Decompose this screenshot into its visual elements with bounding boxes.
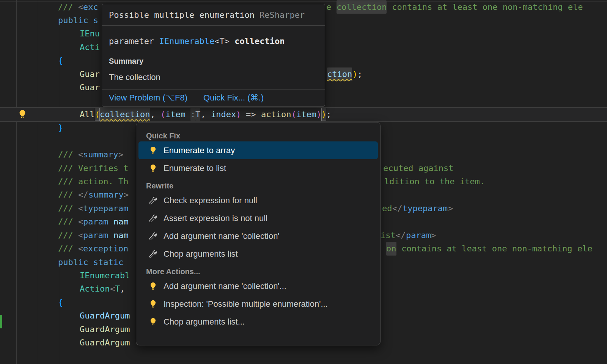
code-token: /// action. Th xyxy=(58,175,128,188)
code-token: ; xyxy=(357,67,362,81)
code-token: ) xyxy=(316,108,321,121)
code-token: ( xyxy=(160,108,165,121)
parameter-generic: <T> xyxy=(214,36,234,46)
menu-item[interactable]: Chop arguments list xyxy=(138,245,378,263)
menu-item[interactable]: Chop arguments list... xyxy=(138,313,378,331)
lightbulb-icon xyxy=(148,317,157,326)
code-token: </ xyxy=(78,188,88,201)
menu-section-header: More Actions... xyxy=(136,266,380,277)
code-token: typeparam xyxy=(403,202,448,215)
quick-fix-link[interactable]: Quick Fix... (⌘.) xyxy=(203,93,264,103)
code-token: => xyxy=(246,108,256,121)
menu-item-label: Chop arguments list... xyxy=(164,317,245,327)
code-token: , xyxy=(150,108,155,121)
menu-item-label: Inspection: 'Possible multiple enumerati… xyxy=(164,299,328,309)
code-token: } xyxy=(58,121,63,134)
code-token: contains at least one non-matching ele xyxy=(387,0,583,14)
code-token: T xyxy=(115,282,120,295)
hover-action-bar: View Problem (⌥F8) Quick Fix... (⌘.) xyxy=(102,89,325,106)
code-token: param xyxy=(83,229,108,242)
code-token: , xyxy=(201,108,206,121)
code-line: All(collection,(item:T,index)=>action(it… xyxy=(0,108,607,121)
code-token: > xyxy=(118,148,123,161)
wrench-icon xyxy=(148,196,157,205)
summary-text: The collection xyxy=(109,72,318,83)
code-token: </ xyxy=(396,229,406,242)
code-token: /// xyxy=(58,202,78,215)
menu-item[interactable]: Enumerate to list xyxy=(138,159,378,177)
wrench-icon xyxy=(148,232,157,241)
code-token: ction xyxy=(327,67,352,81)
code-token: ed xyxy=(382,202,392,215)
code-token: < xyxy=(78,229,83,242)
code-token: ( xyxy=(291,108,296,121)
menu-item-label: Chop arguments list xyxy=(164,249,238,259)
code-token: < xyxy=(78,0,83,14)
code-token: item xyxy=(165,108,186,121)
code-token: param xyxy=(83,215,108,228)
code-token: ldition to the item. xyxy=(384,175,485,188)
code-token: < xyxy=(78,148,83,161)
code-token: IEnumerabl xyxy=(80,269,130,282)
code-token: e xyxy=(326,0,337,14)
code-token: /// xyxy=(58,215,78,228)
code-token: ist xyxy=(381,229,396,242)
menu-item[interactable]: Check expression for null xyxy=(138,191,378,209)
code-token: { xyxy=(58,296,63,309)
code-token: > xyxy=(448,202,453,215)
code-token: > xyxy=(124,188,129,201)
code-token: All xyxy=(80,108,95,121)
code-token: contains at least one non-matching ele xyxy=(396,242,593,255)
code-token: exception xyxy=(83,242,128,255)
view-problem-link[interactable]: View Problem (⌥F8) xyxy=(109,93,187,103)
lightbulb-icon[interactable] xyxy=(17,109,27,119)
code-token: /// xyxy=(58,148,78,161)
code-token: ) xyxy=(321,108,326,121)
code-token: public static xyxy=(58,256,123,269)
menu-item[interactable]: Assert expression is not null xyxy=(138,209,378,227)
code-token: public s xyxy=(58,14,98,27)
menu-item-label: Add argument name 'collection'... xyxy=(164,281,286,291)
code-token: ecuted against xyxy=(383,162,453,175)
code-token: , xyxy=(120,282,125,295)
code-token: exc xyxy=(83,0,98,14)
code-token: action xyxy=(261,108,291,121)
code-token: param xyxy=(406,229,431,242)
code-token: IEnu xyxy=(80,27,100,40)
code-token: GuardArgum xyxy=(80,323,130,336)
code-token: Guar xyxy=(80,81,100,94)
code-token: ) xyxy=(352,67,357,81)
code-token: /// xyxy=(58,242,78,255)
code-token: GuardArgum xyxy=(80,336,130,349)
code-token: { xyxy=(58,54,63,67)
quickfix-action-menu: Quick FixEnumerate to arrayEnumerate to … xyxy=(136,122,381,345)
menu-item-label: Assert expression is not null xyxy=(164,213,267,223)
code-token: Action xyxy=(80,282,110,295)
code-token: : xyxy=(190,108,195,121)
lightbulb-icon xyxy=(148,300,157,309)
code-token: /// xyxy=(58,0,78,14)
code-token: typeparam xyxy=(83,202,128,215)
menu-item-label: Enumerate to list xyxy=(164,163,226,173)
diagnostic-source: ReSharper xyxy=(259,10,305,20)
diagnostic-message-row: Possible multiple enumeration ReSharper xyxy=(102,4,325,26)
parameter-signature: parameter IEnumerable<T> collection xyxy=(109,36,318,47)
menu-item[interactable]: Inspection: 'Possible multiple enumerati… xyxy=(138,295,378,313)
menu-item-label: Add argument name 'collection' xyxy=(164,231,280,241)
menu-item[interactable]: Add argument name 'collection'... xyxy=(138,277,378,295)
menu-item[interactable]: Add argument name 'collection' xyxy=(138,227,378,245)
diagnostic-hover-popup: Possible multiple enumeration ReSharper … xyxy=(102,4,325,107)
code-token: < xyxy=(110,282,115,295)
code-token: < xyxy=(78,215,83,228)
code-token: GuardArgum xyxy=(80,309,130,322)
code-token: Guar xyxy=(80,67,100,81)
parameter-type: IEnumerable xyxy=(159,36,214,46)
hover-body: parameter IEnumerable<T> collection Summ… xyxy=(102,26,325,93)
code-token: collection xyxy=(337,0,387,14)
menu-item-label: Check expression for null xyxy=(164,196,257,206)
code-token: summary xyxy=(88,188,124,201)
summary-heading: Summary xyxy=(109,56,318,66)
code-token: ; xyxy=(326,108,331,121)
menu-item[interactable]: Enumerate to array xyxy=(138,141,378,159)
code-token: index xyxy=(211,108,236,121)
